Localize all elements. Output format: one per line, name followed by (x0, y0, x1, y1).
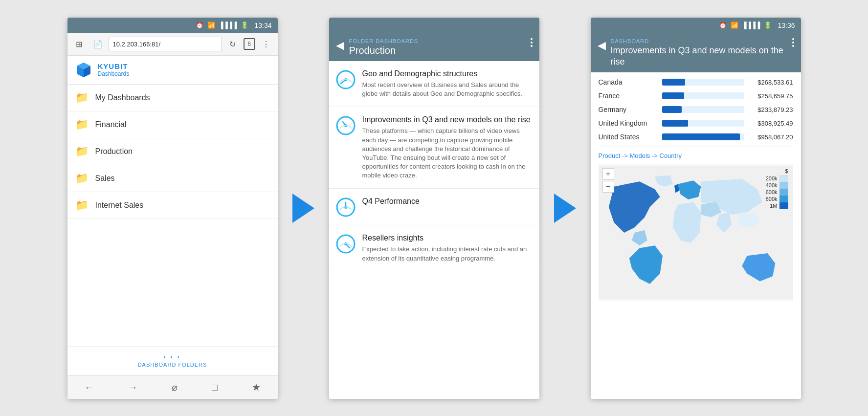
country-row-1: France $258,659.75 (599, 92, 793, 100)
legend-label-2: 600k (766, 189, 778, 195)
map-legend: $ 200k 400k 600k 800k 1M (766, 168, 788, 209)
country-row-2: Germany $233,879.23 (599, 106, 793, 113)
arrow-shape-2 (554, 194, 576, 223)
main-scene: ⏰ 📶 ▐▐▐▐ 🔋 13:34 ⊞ 📄 10.2.203.166:81/ ↻ … (0, 0, 868, 416)
legend-item-3: 800k (766, 196, 788, 202)
folder-icon-internet-sales: 📁 (75, 199, 89, 212)
arrow-shape-1 (292, 194, 314, 223)
folder-header: ◀ FOLDER DASHBOARDS Production (329, 33, 539, 61)
folder-menu-icon[interactable] (531, 38, 533, 47)
legend-color-4 (779, 202, 788, 209)
country-row-3: United Kingdom $308,925.49 (599, 119, 793, 127)
country-value-2: $233,879.23 (749, 106, 793, 113)
folder-icon-my-dashboards: 📁 (75, 91, 89, 104)
nav-item-my-dashboards[interactable]: 📁 My Dashboards (67, 85, 278, 111)
nav-item-financial[interactable]: 📁 Financial (67, 111, 278, 138)
signal-icon-3: ▐▐▐▐ (742, 22, 760, 29)
forward-button[interactable]: → (128, 382, 138, 393)
logo-text: KYUBIT Dashboards (98, 62, 130, 77)
country-row-0: Canada $268,533.61 (599, 78, 793, 86)
clock-icon-3: ⏰ (719, 22, 727, 29)
bookmark-button[interactable]: ★ (252, 381, 261, 393)
speedo-icon-1 (336, 116, 356, 135)
legend-color-0 (779, 175, 788, 182)
detail-content: Canada $268,533.61 France $258,659.75 Ge… (591, 72, 801, 398)
folder-icon-financial: 📁 (75, 118, 89, 131)
nav-item-internet-sales[interactable]: 📁 Internet Sales (67, 192, 278, 219)
arrow-1 (292, 194, 314, 223)
nav-list: 📁 My Dashboards 📁 Financial 📁 Production… (67, 85, 278, 346)
app-logo: KYUBIT Dashboards (74, 61, 130, 79)
legend-currency-label: $ (766, 168, 788, 174)
tab-button[interactable]: □ (212, 382, 218, 393)
country-bar-fill-3 (662, 120, 689, 127)
country-bar-container-4 (662, 133, 744, 140)
country-bar-fill-1 (662, 92, 684, 99)
dash-item-1[interactable]: Improvements in Q3 and new models on the… (329, 107, 539, 189)
dash-item-0[interactable]: Geo and Demographic structures Most rece… (329, 61, 539, 107)
app-menu-icon[interactable] (269, 66, 271, 74)
country-row-4: United States $958,067.20 (599, 133, 793, 141)
legend-item-2: 600k (766, 189, 788, 196)
map-section: Product -> Models -> Country + − $ 200k … (599, 152, 793, 301)
status-bar-1: ⏰ 📶 ▐▐▐▐ 🔋 13:34 (67, 18, 278, 33)
legend-label-4: 1M (770, 203, 777, 209)
signal-icon: ▐▐▐▐ (219, 22, 237, 29)
divider (599, 147, 793, 147)
nav-item-sales[interactable]: 📁 Sales (67, 165, 278, 192)
dash-item-2[interactable]: Q4 Performance (329, 189, 539, 225)
legend-label-3: 800k (766, 196, 778, 202)
url-field[interactable]: 10.2.203.166:81/ (109, 37, 222, 51)
speedo-icon-0 (336, 70, 356, 89)
map-zoom-controls: + − (602, 168, 614, 193)
wifi-icon-3: 📶 (731, 22, 738, 29)
folder-icon-production: 📁 (75, 145, 89, 158)
dash-item-3[interactable]: Resellers insights Expected to take acti… (329, 225, 539, 271)
country-bar-container-0 (662, 79, 744, 86)
detail-header: ◀ DASHBOARD Improvements in Q3 and new m… (591, 33, 801, 73)
tab-count[interactable]: 6 (244, 38, 255, 50)
legend-color-2 (779, 189, 788, 196)
country-value-0: $268,533.61 (749, 79, 793, 86)
country-name-0: Canada (599, 78, 657, 86)
battery-icon-3: 🔋 (764, 22, 772, 29)
arrow-2 (554, 194, 576, 223)
country-bar-container-3 (662, 120, 744, 127)
browser-grid-icon[interactable]: ⊞ (71, 36, 87, 52)
zoom-in-button[interactable]: + (602, 168, 614, 180)
country-bar-container-2 (662, 106, 744, 113)
map-area: + − $ 200k 400k 600k 800k 1M (599, 164, 793, 301)
detail-menu-icon[interactable] (792, 38, 794, 47)
home-button[interactable]: ⌀ (172, 381, 178, 393)
status-time-3: 13:36 (778, 22, 795, 29)
legend-color-3 (779, 196, 788, 202)
speedo-icon-3 (336, 234, 356, 254)
country-bar-fill-4 (662, 133, 740, 140)
phone-2: ◀ FOLDER DASHBOARDS Production (329, 18, 539, 399)
country-value-4: $958,067.20 (749, 133, 793, 141)
app-header: KYUBIT Dashboards (67, 56, 278, 85)
browser-menu-icon[interactable]: ⋮ (258, 36, 274, 52)
status-bar-3: ⏰ 📶 ▐▐▐▐ 🔋 13:36 (591, 18, 801, 33)
country-bar-container-1 (662, 92, 744, 99)
zoom-out-button[interactable]: − (602, 181, 614, 193)
back-button[interactable]: ← (84, 382, 94, 393)
refresh-icon[interactable]: ↻ (225, 36, 241, 52)
back-button-2[interactable]: ◀ (336, 39, 344, 52)
browser-bar: ⊞ 📄 10.2.203.166:81/ ↻ 6 ⋮ (67, 33, 278, 56)
phone-3: ⏰ 📶 ▐▐▐▐ 🔋 13:36 ◀ DASHBOARD Improvement… (591, 18, 801, 399)
status-bar-2 (329, 18, 539, 33)
browser-page-icon[interactable]: 📄 (90, 36, 106, 52)
country-name-4: United States (599, 133, 657, 141)
speedo-icon-2 (336, 197, 356, 217)
back-button-3[interactable]: ◀ (598, 39, 606, 52)
legend-item-1: 400k (766, 182, 788, 189)
country-value-3: $308,925.49 (749, 120, 793, 127)
country-name-3: United Kingdom (599, 119, 657, 127)
legend-label-1: 400k (766, 182, 778, 188)
country-name-1: France (599, 92, 657, 100)
status-time: 13:34 (254, 22, 271, 29)
phone-1: ⏰ 📶 ▐▐▐▐ 🔋 13:34 ⊞ 📄 10.2.203.166:81/ ↻ … (67, 18, 278, 399)
country-chart: Canada $268,533.61 France $258,659.75 Ge… (599, 78, 793, 141)
nav-item-production[interactable]: 📁 Production (67, 138, 278, 165)
